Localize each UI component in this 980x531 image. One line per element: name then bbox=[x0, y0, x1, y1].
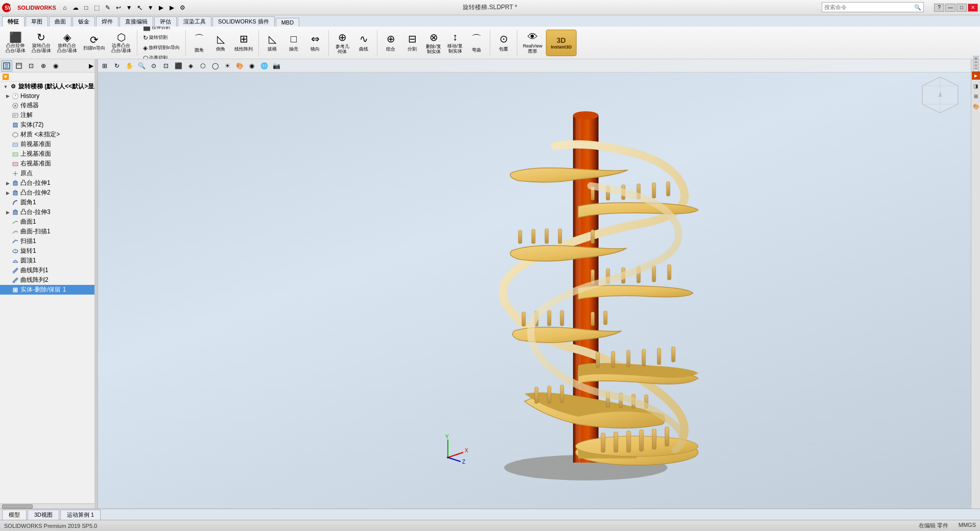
view-shadow-btn[interactable]: ☀ bbox=[222, 60, 233, 71]
right-icon-3[interactable]: ◨ bbox=[972, 82, 980, 90]
panel-scrollbar-h[interactable] bbox=[0, 503, 98, 509]
open-btn[interactable]: □ bbox=[82, 3, 91, 12]
undo-dropdown[interactable]: ▼ bbox=[125, 3, 134, 12]
tab-mbd[interactable]: MBD bbox=[276, 18, 299, 27]
tree-item-history[interactable]: ▶ 🕐 History bbox=[0, 91, 98, 101]
tree-item-top-plane[interactable]: ▶ 上视基准面 bbox=[0, 149, 98, 159]
view-draft-btn[interactable]: ◯ bbox=[209, 60, 221, 71]
tree-item-boss3[interactable]: ▶ 凸台-拉伸3 bbox=[0, 207, 98, 217]
property-manager-btn[interactable] bbox=[13, 60, 25, 71]
view-section-btn[interactable]: ⊡ bbox=[160, 60, 172, 71]
b1-expand[interactable]: ▶ bbox=[4, 180, 11, 187]
tree-item-dome1[interactable]: ▶ 圆顶1 bbox=[0, 256, 98, 266]
move-body-btn[interactable]: ↕ 移动/复制实体 bbox=[445, 30, 465, 56]
tree-item-body-remove[interactable]: ▶ 实体-删除/保留 1 bbox=[0, 285, 98, 295]
tab-evaluate[interactable]: 评估 bbox=[154, 16, 177, 27]
curves-btn[interactable]: ∿ 曲线 bbox=[353, 30, 374, 56]
shell-btn[interactable]: □ 抽壳 bbox=[283, 30, 304, 56]
right-icon-2[interactable]: ▶ bbox=[972, 71, 980, 80]
right-icon-1[interactable] bbox=[972, 61, 980, 69]
search-input[interactable] bbox=[822, 4, 912, 10]
tree-item-solid[interactable]: ▶ 实体(72) bbox=[0, 120, 98, 130]
tab-3dview[interactable]: 3D视图 bbox=[28, 510, 59, 520]
panel-scrollbar-thumb[interactable] bbox=[2, 504, 33, 509]
tree-item-right-plane[interactable]: ▶ 右视基准面 bbox=[0, 159, 98, 168]
new-btn[interactable]: ☁ bbox=[71, 3, 80, 12]
print-btn[interactable]: ✎ bbox=[103, 3, 112, 12]
tab-plugins[interactable]: SOLIDWORKS 插件 bbox=[212, 16, 275, 27]
tree-item-boss2[interactable]: ▶ 凸台-拉伸2 bbox=[0, 188, 98, 198]
linear-pattern-btn[interactable]: ⊞ 线性阵列 bbox=[232, 30, 255, 56]
extrude-cut-btn[interactable]: ⬛ 拉伸切割 bbox=[140, 27, 183, 32]
view-zoom-fit-btn[interactable]: ⊙ bbox=[148, 60, 159, 71]
panel-resize-handle[interactable] bbox=[94, 59, 98, 509]
instant3d-btn[interactable]: 3D Instant3D bbox=[546, 30, 577, 56]
right-icon-4[interactable]: ⊞ bbox=[972, 92, 980, 100]
root-expand[interactable]: ▼ bbox=[2, 83, 9, 90]
tab-sketch[interactable]: 草图 bbox=[26, 16, 48, 27]
help-btn[interactable]: ? bbox=[934, 4, 944, 12]
boundary-boss-btn[interactable]: ⬡ 边界凸台凸台/基体 bbox=[109, 30, 134, 56]
save-btn[interactable]: ⬚ bbox=[92, 3, 102, 12]
select-btn[interactable]: ↖ bbox=[135, 3, 145, 12]
right-icon-5[interactable]: 🎨 bbox=[972, 102, 980, 110]
combine-btn[interactable]: ⊕ 组合 bbox=[380, 30, 401, 56]
revolve-boss-btn[interactable]: ↻ 旋转凸台凸台/基体 bbox=[29, 30, 54, 56]
tab-weld[interactable]: 焊件 bbox=[96, 16, 118, 27]
tree-item-revolve1[interactable]: ▶ 旋转1 bbox=[0, 246, 98, 256]
tree-item-sweep1[interactable]: ▶ 扫描1 bbox=[0, 236, 98, 246]
bend-btn[interactable]: ⌒ 弯曲 bbox=[466, 30, 487, 56]
tab-model[interactable]: 模型 bbox=[2, 510, 27, 520]
3d-viewport[interactable]: ⊞ ↻ ✋ 🔍 ⊙ ⊡ ⬛ ◈ ⬡ ◯ ☀ 🎨 ◉ 🌐 📷 bbox=[98, 59, 971, 509]
tab-surface[interactable]: 曲面 bbox=[49, 16, 71, 27]
view-shaded-btn[interactable]: ◈ bbox=[185, 60, 196, 71]
ref-geom-btn[interactable]: ⊕ 参考几何体 bbox=[332, 30, 352, 56]
chamfer-btn[interactable]: ◺ 倒角 bbox=[210, 30, 231, 56]
view-scene-btn[interactable]: 🌐 bbox=[258, 60, 270, 71]
tree-root[interactable]: ▼ ⚙ 旋转楼梯 (默认人<<默认>显示状态 1>) bbox=[0, 82, 98, 91]
rebuild-btn[interactable]: ▶ bbox=[157, 3, 166, 12]
options-btn[interactable]: ⚙ bbox=[178, 3, 187, 12]
tab-direct[interactable]: 直接编辑 bbox=[119, 16, 153, 27]
tree-item-surface1[interactable]: ▶ 曲面1 bbox=[0, 217, 98, 227]
restore-btn[interactable]: □ bbox=[957, 4, 967, 12]
b3-expand[interactable]: ▶ bbox=[4, 209, 11, 216]
tab-sheetmetal[interactable]: 钣金 bbox=[73, 16, 95, 27]
mirror-btn[interactable]: ⇔ 镜向 bbox=[305, 30, 325, 56]
sweep-boss-btn[interactable]: ⟳ 扫描\n导向 bbox=[81, 30, 108, 56]
split-btn[interactable]: ⊟ 分割 bbox=[402, 30, 422, 56]
tab-render[interactable]: 渲染工具 bbox=[178, 16, 211, 27]
select-dropdown[interactable]: ▼ bbox=[146, 3, 155, 12]
config-manager-btn[interactable]: ⊡ bbox=[26, 60, 37, 71]
draft-btn[interactable]: ◺ 拔模 bbox=[262, 30, 282, 56]
tree-item-surf-sweep1[interactable]: ▶ 曲面-扫描1 bbox=[0, 227, 98, 236]
view-appearance-btn[interactable]: ◉ bbox=[246, 60, 257, 71]
dim-manager-btn[interactable]: ⊕ bbox=[38, 60, 49, 71]
boundary-cut-btn[interactable]: ⬡ 边界切割 bbox=[140, 54, 183, 60]
loft-boss-btn[interactable]: ◈ 放样凸台凸台/基体 bbox=[55, 30, 80, 56]
tab-motion[interactable]: 运动算例 1 bbox=[60, 510, 101, 520]
tree-item-material[interactable]: ▶ 材质 <未指定> bbox=[0, 130, 98, 139]
undo-btn[interactable]: ↩ bbox=[114, 3, 123, 12]
view-edges-btn[interactable]: ⬡ bbox=[197, 60, 208, 71]
view-cube[interactable]: 上 bbox=[920, 75, 961, 115]
tree-item-front-plane[interactable]: ▶ 前视基准面 bbox=[0, 139, 98, 149]
tree-item-origin[interactable]: ▶ 原点 bbox=[0, 168, 98, 178]
view-zoom-btn[interactable]: 🔍 bbox=[136, 60, 147, 71]
fillet-btn[interactable]: ⌒ 圆角 bbox=[189, 30, 209, 56]
boss-extrude-btn[interactable]: ⬛ 凸台拉伸凸台/基体 bbox=[3, 30, 28, 56]
view-hidden-btn[interactable]: ⬛ bbox=[173, 60, 184, 71]
loft-cut-btn[interactable]: ◈ 放样切割\n导向 bbox=[140, 43, 183, 53]
b2-expand[interactable]: ▶ bbox=[4, 189, 11, 197]
revolve-cut-btn[interactable]: ↻ 旋转切割 bbox=[140, 33, 183, 42]
realview-btn[interactable]: 👁 RealView图形 bbox=[520, 30, 545, 56]
tree-item-sensor[interactable]: ▶ 传感器 bbox=[0, 101, 98, 110]
minimize-btn[interactable]: — bbox=[945, 4, 955, 12]
rebuild-btn2[interactable]: ▶ bbox=[168, 3, 177, 12]
view-pan-btn[interactable]: ✋ bbox=[124, 60, 135, 71]
history-expand[interactable]: ▶ bbox=[4, 92, 11, 100]
view-color-btn[interactable]: 🎨 bbox=[234, 60, 245, 71]
delete-body-btn[interactable]: ⊗ 删除/复制实体 bbox=[423, 30, 444, 56]
wrap-btn[interactable]: ⊙ 包覆 bbox=[493, 30, 514, 56]
tree-item-boss1[interactable]: ▶ 凸台-拉伸1 bbox=[0, 178, 98, 188]
